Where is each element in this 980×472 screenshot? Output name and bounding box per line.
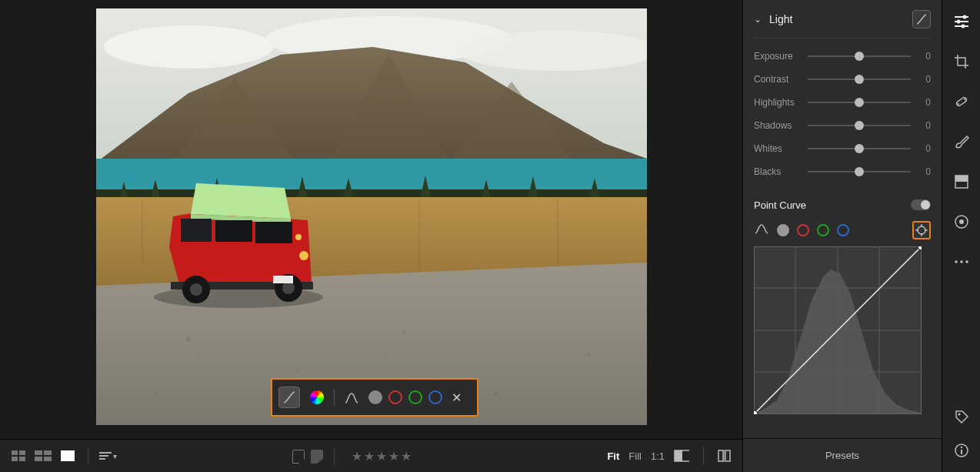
tone-curve-floating-toolbar: ✕ [271, 378, 478, 417]
svg-rect-18 [215, 220, 252, 242]
star-icon[interactable]: ★ [352, 449, 362, 464]
slider-shadows[interactable]: Shadows 0 [754, 114, 931, 137]
show-original-button[interactable] [674, 450, 689, 462]
svg-point-13 [494, 391, 498, 396]
edit-sliders-icon[interactable] [952, 12, 971, 31]
view-grid-small-button[interactable] [9, 449, 28, 463]
svg-rect-29 [675, 450, 682, 461]
star-icon[interactable]: ★ [376, 449, 387, 464]
zoom-fit-button[interactable]: Fit [607, 450, 619, 462]
divider [88, 447, 88, 464]
svg-point-66 [960, 447, 962, 448]
toggle-panels-button[interactable] [718, 450, 733, 462]
svg-point-33 [918, 226, 925, 234]
svg-rect-19 [255, 222, 292, 243]
parametric-curve-button[interactable] [341, 387, 362, 408]
channel-blue-button[interactable] [837, 224, 849, 236]
slider-whites[interactable]: Whites 0 [754, 137, 931, 160]
panel-title: Light [769, 13, 905, 25]
filmstrip-bar: ▾ ★ ★ ★ ★ ★ Fit Fill 1:1 [0, 439, 742, 472]
star-icon[interactable]: ★ [401, 449, 412, 464]
collapse-icon[interactable]: ⌄ [754, 14, 762, 25]
slider-exposure[interactable]: Exposure 0 [754, 45, 931, 68]
slider-blacks[interactable]: Blacks 0 [754, 160, 931, 183]
info-icon[interactable] [952, 441, 971, 460]
svg-rect-54 [955, 97, 967, 107]
svg-rect-58 [955, 176, 968, 182]
svg-rect-30 [718, 450, 723, 461]
linear-gradient-icon[interactable] [952, 172, 971, 191]
point-curve-toggle[interactable] [911, 199, 931, 210]
star-icon[interactable]: ★ [388, 449, 399, 464]
canvas-area: ✕ [0, 0, 742, 439]
radial-gradient-icon[interactable] [952, 213, 971, 231]
divider [703, 447, 704, 464]
svg-point-56 [964, 99, 965, 100]
divider [334, 389, 335, 406]
svg-point-1 [104, 25, 273, 69]
tool-strip [942, 0, 980, 472]
more-icon[interactable] [952, 253, 971, 271]
svg-point-20 [299, 251, 308, 260]
svg-rect-27 [273, 276, 293, 283]
slider-highlights[interactable]: Highlights 0 [754, 91, 931, 114]
flag-reject-button[interactable] [311, 450, 323, 464]
chevron-down-icon: ▾ [113, 452, 117, 460]
healing-icon[interactable] [952, 92, 971, 111]
svg-point-64 [958, 413, 960, 416]
svg-rect-17 [181, 219, 212, 242]
rating-stars[interactable]: ★ ★ ★ ★ ★ [352, 449, 412, 464]
channel-green-button[interactable] [408, 390, 422, 404]
parametric-curve-button[interactable] [754, 223, 769, 239]
sort-button[interactable]: ▾ [99, 452, 117, 460]
svg-point-14 [156, 392, 159, 395]
svg-point-61 [955, 260, 958, 263]
svg-point-52 [956, 20, 960, 24]
svg-point-53 [961, 25, 965, 28]
star-icon[interactable]: ★ [364, 449, 375, 464]
channel-luma-button[interactable] [368, 390, 382, 404]
svg-point-15 [587, 353, 590, 357]
view-grid-large-button[interactable] [34, 449, 52, 463]
channel-green-button[interactable] [817, 224, 829, 236]
crop-icon[interactable] [952, 52, 971, 71]
svg-point-60 [959, 219, 964, 224]
svg-point-51 [962, 15, 966, 19]
point-curve-title: Point Curve [754, 199, 911, 211]
tone-curve-mode-button[interactable] [278, 387, 300, 408]
svg-point-63 [965, 260, 968, 263]
divider [334, 448, 335, 465]
svg-point-10 [186, 337, 191, 342]
svg-point-62 [960, 260, 963, 263]
channel-red-button[interactable] [797, 224, 809, 236]
tag-icon[interactable] [952, 407, 971, 426]
edit-panel: ⌄ Light Exposure 0 Contrast 0 Highlights… [742, 0, 942, 472]
brush-icon[interactable] [952, 132, 971, 151]
view-single-button[interactable] [58, 449, 77, 463]
edited-photo[interactable] [96, 8, 647, 425]
flag-pick-button[interactable] [292, 450, 305, 464]
curve-editor[interactable] [754, 246, 922, 414]
channel-blue-button[interactable] [428, 390, 442, 404]
svg-point-26 [282, 282, 295, 294]
channel-luma-button[interactable] [777, 224, 789, 236]
svg-point-11 [295, 369, 298, 372]
zoom-1to1-button[interactable]: 1:1 [651, 450, 665, 462]
color-wheel-button[interactable] [306, 387, 328, 408]
svg-point-21 [295, 234, 302, 240]
zoom-fill-button[interactable]: Fill [628, 450, 642, 462]
svg-point-55 [958, 103, 959, 105]
svg-point-24 [190, 283, 202, 296]
tone-curve-toggle-button[interactable] [912, 10, 931, 28]
channel-red-button[interactable] [388, 390, 402, 404]
targeted-adjustment-button[interactable] [912, 221, 931, 239]
slider-contrast[interactable]: Contrast 0 [754, 68, 931, 91]
presets-button[interactable]: Presets [743, 438, 942, 472]
svg-point-12 [402, 330, 405, 333]
svg-rect-31 [725, 450, 730, 461]
close-floating-toolbar-button[interactable]: ✕ [448, 390, 464, 405]
